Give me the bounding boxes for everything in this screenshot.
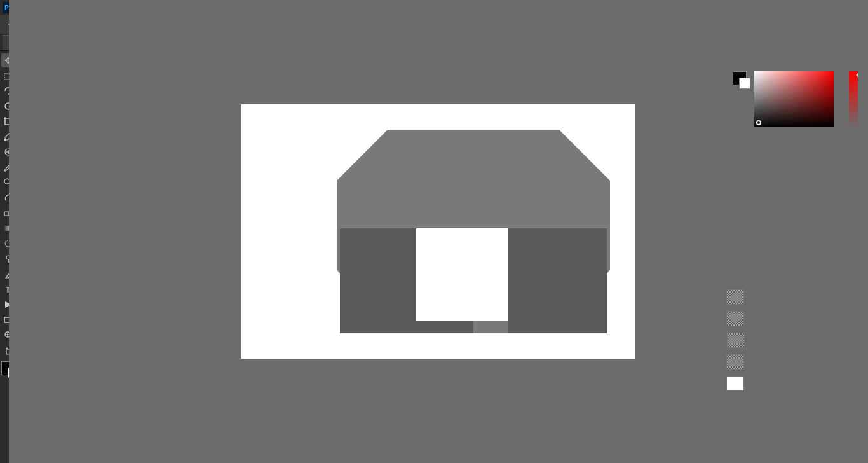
fg-bg-swatches[interactable]: [733, 71, 750, 89]
layer-b-thumb: [726, 289, 744, 305]
canvas-viewport[interactable]: [17, 60, 709, 463]
svg-rect-20: [508, 228, 607, 333]
color-gradient-field[interactable]: [754, 71, 834, 127]
svg-rect-72: [728, 358, 743, 366]
canvas-artwork: [241, 104, 635, 359]
svg-rect-21: [416, 228, 508, 321]
svg-marker-63: [729, 292, 742, 302]
layer-c-thumb: [726, 354, 744, 370]
background-swatch[interactable]: [739, 78, 750, 89]
svg-marker-66: [729, 314, 742, 324]
main-layout: ✥ ⬚: [0, 51, 868, 463]
layer-bg-thumb: [726, 376, 744, 391]
canvas-area: -2 -1 0 1 2 3 4 5 6 7 8: [17, 51, 709, 463]
canvas-with-ruler: 0 1 2 3 4: [17, 60, 709, 463]
document-canvas: [241, 104, 635, 359]
layer-a-thumb: [726, 311, 744, 326]
svg-point-2: [4, 139, 6, 141]
alpha-slider[interactable]: [849, 71, 858, 127]
layer-d-thumb: [727, 333, 745, 348]
svg-rect-69: [728, 336, 743, 344]
color-swatch-column: [733, 71, 750, 92]
alpha-indicator: [856, 73, 858, 78]
